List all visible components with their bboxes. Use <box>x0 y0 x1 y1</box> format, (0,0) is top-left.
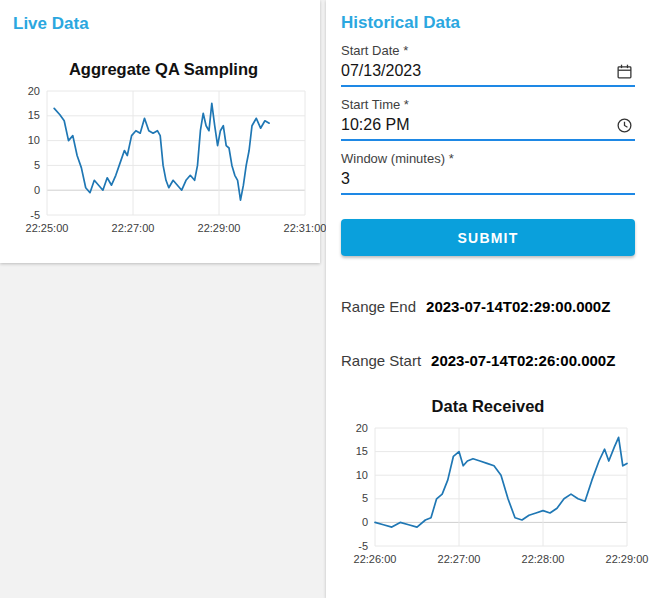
range-end-label: Range End <box>341 298 416 315</box>
start-time-label: Start Time * <box>341 97 635 112</box>
svg-text:20: 20 <box>28 85 40 97</box>
live-chart: -50510152022:25:0022:27:0022:29:0022:31:… <box>13 85 313 243</box>
start-time-input[interactable] <box>341 114 614 136</box>
svg-text:22:29:00: 22:29:00 <box>198 222 241 234</box>
svg-text:22:28:00: 22:28:00 <box>522 553 565 565</box>
historical-data-title: Historical Data <box>341 13 635 33</box>
svg-text:15: 15 <box>356 445 368 457</box>
svg-text:22:27:00: 22:27:00 <box>438 553 481 565</box>
svg-text:-5: -5 <box>358 540 368 552</box>
live-data-title: Live Data <box>13 14 314 34</box>
window-minutes-input[interactable] <box>341 168 635 190</box>
calendar-icon[interactable] <box>614 63 635 80</box>
start-time-field-row <box>341 112 635 141</box>
svg-text:22:26:00: 22:26:00 <box>354 553 397 565</box>
live-data-panel: Live Data Aggregate QA Sampling -5051015… <box>0 0 320 263</box>
range-start-value: 2023-07-14T02:26:00.000Z <box>431 352 615 369</box>
window-minutes-field-group: Window (minutes) * <box>341 151 635 195</box>
svg-text:20: 20 <box>356 422 368 434</box>
svg-text:22:29:00: 22:29:00 <box>606 553 649 565</box>
range-start-row: Range Start 2023-07-14T02:26:00.000Z <box>341 352 635 369</box>
start-time-field-group: Start Time * <box>341 97 635 141</box>
svg-text:5: 5 <box>34 159 40 171</box>
svg-text:10: 10 <box>28 134 40 146</box>
submit-button[interactable]: SUBMIT <box>341 219 635 256</box>
range-end-row: Range End 2023-07-14T02:29:00.000Z <box>341 298 635 315</box>
start-date-input[interactable] <box>341 60 614 82</box>
clock-icon[interactable] <box>614 117 635 134</box>
svg-text:0: 0 <box>34 184 40 196</box>
range-start-label: Range Start <box>341 352 421 369</box>
svg-text:5: 5 <box>362 492 368 504</box>
range-end-value: 2023-07-14T02:29:00.000Z <box>426 298 610 315</box>
data-received-chart-title: Data Received <box>341 397 635 416</box>
svg-text:22:31:00: 22:31:00 <box>284 222 327 234</box>
start-date-field-group: Start Date * <box>341 43 635 87</box>
window-minutes-label: Window (minutes) * <box>341 151 635 166</box>
historical-data-panel: Historical Data Start Date * Start Time … <box>326 0 650 598</box>
svg-text:0: 0 <box>362 516 368 528</box>
svg-text:10: 10 <box>356 469 368 481</box>
data-received-chart: -50510152022:26:0022:27:0022:28:0022:29:… <box>341 422 635 574</box>
svg-text:22:27:00: 22:27:00 <box>112 222 155 234</box>
svg-text:-5: -5 <box>30 209 40 221</box>
start-date-field-row <box>341 58 635 87</box>
svg-text:22:25:00: 22:25:00 <box>26 222 69 234</box>
svg-text:15: 15 <box>28 109 40 121</box>
start-date-label: Start Date * <box>341 43 635 58</box>
window-minutes-field-row <box>341 166 635 195</box>
live-chart-title: Aggregate QA Sampling <box>13 60 314 79</box>
